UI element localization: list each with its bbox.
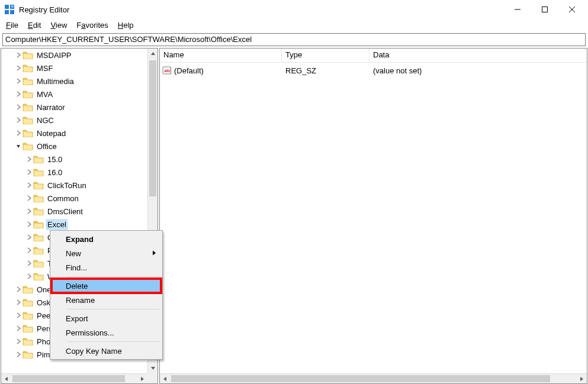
minimize-button[interactable] xyxy=(504,0,531,19)
menu-edit[interactable]: Edit xyxy=(23,19,46,32)
tree-item-label: Narrator xyxy=(36,102,66,112)
list-scroll-thumb-h[interactable] xyxy=(171,375,550,382)
tree-item-label: Common xyxy=(46,193,80,204)
menu-view[interactable]: View xyxy=(46,19,72,32)
folder-icon xyxy=(23,50,33,60)
tree-item-label: Pim xyxy=(36,350,51,360)
context-menu-separator xyxy=(67,276,160,277)
context-menu[interactable]: ExpandNew Find...DeleteRenameExportPermi… xyxy=(50,230,163,360)
tree-scroll-thumb-h[interactable] xyxy=(12,375,125,382)
context-menu-item[interactable]: Rename xyxy=(52,293,161,307)
chevron-right-icon[interactable] xyxy=(25,195,33,201)
context-menu-item[interactable]: Permissions... xyxy=(52,325,161,340)
menu-favorites[interactable]: Favorites xyxy=(72,19,113,32)
scroll-corner xyxy=(147,373,158,383)
chevron-right-icon[interactable] xyxy=(25,169,33,175)
chevron-right-icon[interactable] xyxy=(14,65,23,71)
context-menu-item[interactable]: New xyxy=(52,246,161,260)
context-menu-item-label: Find... xyxy=(66,263,87,272)
column-header-data[interactable]: Data xyxy=(369,49,587,62)
chevron-right-icon[interactable] xyxy=(14,117,23,123)
tree-item[interactable]: MVA xyxy=(1,88,147,101)
chevron-right-icon[interactable] xyxy=(14,286,23,292)
context-menu-item[interactable]: Find... xyxy=(52,260,161,275)
context-menu-separator xyxy=(67,309,160,309)
chevron-right-icon[interactable] xyxy=(25,234,33,240)
tree-item[interactable]: Multimedia xyxy=(1,75,147,88)
chevron-right-icon[interactable] xyxy=(14,325,23,331)
list-row[interactable]: ab (Default) REG_SZ (value not set) xyxy=(160,64,587,77)
context-menu-item[interactable]: Copy Key Name xyxy=(52,344,161,358)
chevron-right-icon[interactable] xyxy=(25,182,33,188)
tree-item[interactable]: Excel xyxy=(1,218,147,231)
chevron-right-icon[interactable] xyxy=(14,52,23,58)
context-menu-item-label: Permissions... xyxy=(66,328,114,337)
tree-item-label: MSF xyxy=(36,63,54,73)
scroll-up-icon[interactable] xyxy=(148,49,158,59)
svg-text:ab: ab xyxy=(165,68,170,73)
context-menu-item[interactable]: Expand xyxy=(52,232,161,246)
list-horizontal-scrollbar[interactable] xyxy=(160,373,587,383)
tree-item-label: Multimedia xyxy=(36,76,75,86)
tree-item-label: ClickToRun xyxy=(46,180,88,191)
tree-item[interactable]: MSF xyxy=(1,62,147,75)
chevron-right-icon[interactable] xyxy=(14,91,23,97)
folder-icon xyxy=(33,272,44,281)
tree-item-label: 15.0 xyxy=(46,154,63,164)
chevron-right-icon[interactable] xyxy=(14,78,23,84)
context-menu-item-label: Copy Key Name xyxy=(66,347,122,356)
chevron-right-icon[interactable] xyxy=(25,247,33,253)
tree-item[interactable]: 15.0 xyxy=(1,153,147,166)
close-button[interactable] xyxy=(558,0,586,19)
tree-item[interactable]: Common xyxy=(1,192,147,205)
chevron-right-icon[interactable] xyxy=(14,130,23,136)
tree-item[interactable]: Narrator xyxy=(1,101,147,114)
context-menu-item[interactable]: Export xyxy=(52,311,161,325)
chevron-right-icon[interactable] xyxy=(14,312,23,318)
tree-horizontal-scrollbar[interactable] xyxy=(1,373,147,383)
tree-item[interactable]: MSDAIPP xyxy=(1,49,147,62)
column-header-type[interactable]: Type xyxy=(282,49,369,62)
chevron-right-icon[interactable] xyxy=(25,208,33,214)
chevron-right-icon[interactable] xyxy=(14,338,23,344)
scroll-left-icon[interactable] xyxy=(160,374,170,384)
tree-item-label: DmsClient xyxy=(46,206,84,217)
scroll-right-icon[interactable] xyxy=(137,374,147,384)
svg-rect-3 xyxy=(10,10,14,14)
chevron-right-icon[interactable] xyxy=(25,260,33,266)
tree-scroll-thumb-v[interactable] xyxy=(149,60,156,196)
titlebar: Registry Editor xyxy=(0,0,588,19)
address-bar[interactable]: Computer\HKEY_CURRENT_USER\SOFTWARE\Micr… xyxy=(2,33,586,46)
chevron-down-icon[interactable] xyxy=(14,143,23,149)
tree-item[interactable]: DmsClient xyxy=(1,205,147,218)
app-icon xyxy=(5,5,14,14)
chevron-right-icon[interactable] xyxy=(25,221,33,227)
list-body[interactable]: ab (Default) REG_SZ (value not set) xyxy=(160,63,587,77)
chevron-right-icon[interactable] xyxy=(14,351,23,357)
tree-item[interactable]: NGC xyxy=(1,114,147,127)
chevron-right-icon[interactable] xyxy=(25,273,33,279)
scroll-down-icon[interactable] xyxy=(148,363,158,373)
context-menu-item[interactable]: Delete xyxy=(52,279,161,293)
chevron-right-icon[interactable] xyxy=(25,156,33,162)
scroll-left-icon[interactable] xyxy=(1,374,11,384)
chevron-right-icon[interactable] xyxy=(14,299,23,305)
menu-file[interactable]: File xyxy=(1,19,23,32)
tree-item[interactable]: 16.0 xyxy=(1,166,147,179)
tree-item[interactable]: Office xyxy=(1,140,147,153)
folder-icon xyxy=(23,324,33,333)
column-header-name[interactable]: Name xyxy=(160,49,282,62)
folder-icon xyxy=(23,102,33,112)
value-type: REG_SZ xyxy=(282,66,369,75)
tree-item-label: Notepad xyxy=(36,128,67,138)
folder-icon xyxy=(33,206,44,216)
tree-item[interactable]: Notepad xyxy=(1,127,147,140)
folder-icon xyxy=(23,311,33,320)
menu-help[interactable]: Help xyxy=(113,19,139,32)
chevron-right-icon[interactable] xyxy=(14,104,23,110)
scroll-right-icon[interactable] xyxy=(577,374,587,384)
tree-item[interactable]: ClickToRun xyxy=(1,179,147,192)
maximize-button[interactable] xyxy=(531,0,558,19)
folder-icon xyxy=(23,141,33,151)
folder-icon xyxy=(23,128,33,138)
